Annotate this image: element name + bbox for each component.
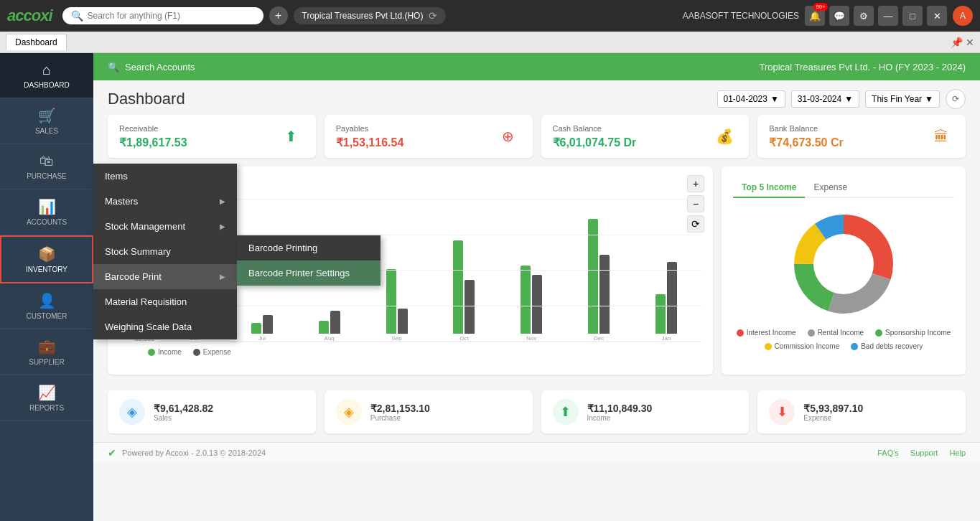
- date-from-value: 01-04-2023: [724, 94, 767, 104]
- message-button[interactable]: 💬: [829, 6, 849, 26]
- sidebar-label-purchase: PURCHASE: [27, 172, 67, 180]
- period-selector[interactable]: This Fin Year ▼: [865, 90, 940, 108]
- close-button[interactable]: ✕: [927, 6, 947, 26]
- x-label-dec: Dec: [594, 335, 604, 342]
- supplier-icon: 💼: [38, 338, 56, 355]
- sales-stat-card: ◈ ₹9,61,428.82 Sales: [108, 390, 316, 433]
- top-icons: 🔔 99+ 💬 ⚙ — □ ✕: [805, 6, 947, 26]
- search-accounts-icon: 🔍: [108, 62, 119, 72]
- bank-balance-icon: 🏛: [928, 123, 954, 149]
- faq-link[interactable]: FAQ's: [877, 449, 899, 457]
- date-from-arrow: ▼: [770, 94, 779, 104]
- add-button[interactable]: +: [269, 6, 288, 25]
- income-dot: [148, 349, 155, 356]
- search-input[interactable]: [88, 11, 246, 21]
- menu-item-stock-management[interactable]: Stock Management ▶: [93, 214, 237, 239]
- legend-item-rental: Rental Income: [808, 329, 864, 337]
- bar-aug-income: [319, 321, 329, 334]
- menu-item-items[interactable]: Items: [93, 164, 237, 189]
- minimize-button[interactable]: —: [878, 6, 898, 26]
- barcode-printer-settings-label: Barcode Printer Settings: [248, 268, 350, 278]
- avatar-button[interactable]: A: [953, 6, 973, 26]
- weighing-scale-label: Weighing Scale Data: [105, 321, 192, 332]
- menu-item-stock-summary[interactable]: Stock Summary: [93, 239, 237, 264]
- sales-value: ₹9,61,428.82: [154, 403, 213, 414]
- sidebar-item-purchase[interactable]: 🛍 PURCHASE: [0, 144, 93, 189]
- dashboard-icon: ⌂: [42, 62, 51, 78]
- donut-legend: Interest Income Rental Income Sponsorshi…: [733, 329, 954, 350]
- sidebar-item-sales[interactable]: 🛒 SALES: [0, 98, 93, 144]
- income-legend-label: Income: [158, 348, 182, 356]
- sub-menu-barcode-printer-settings[interactable]: Barcode Printer Settings: [237, 260, 381, 286]
- bar-dec-income: [588, 219, 598, 334]
- sidebar-item-customer[interactable]: 👤 CUSTOMER: [0, 283, 93, 329]
- bar-nov-income: [521, 266, 531, 334]
- month-group-nov: Nov: [499, 199, 564, 342]
- masters-label: Masters: [105, 196, 138, 207]
- sidebar-item-inventory[interactable]: 📦 INVENTORY: [0, 235, 93, 283]
- sponsorship-label: Sponsorship Income: [885, 329, 951, 337]
- company-selector[interactable]: Tropical Treasures Pvt Ltd.(HO) ⟳: [294, 7, 447, 24]
- search-box[interactable]: 🔍: [62, 7, 263, 24]
- cards-row: Receivable ₹1,89,617.53 ⬆ Payables ₹1,53…: [93, 115, 980, 166]
- bar-sep-expense: [398, 309, 408, 334]
- sidebar-label-customer: CUSTOMER: [26, 312, 67, 320]
- sponsorship-dot: [875, 329, 882, 337]
- date-filters: 01-04-2023 ▼ 31-03-2024 ▼ This Fin Year …: [717, 89, 966, 109]
- date-to-input[interactable]: 31-03-2024 ▼: [791, 90, 859, 108]
- notification-button[interactable]: 🔔 99+: [805, 6, 825, 26]
- refresh-button[interactable]: ⟳: [946, 89, 966, 109]
- date-from-input[interactable]: 01-04-2023 ▼: [717, 90, 785, 108]
- sales-label: Sales: [154, 414, 213, 422]
- search-accounts-bar: 🔍 Search Accounts Tropical Treasures Pvt…: [93, 53, 980, 80]
- search-icon: 🔍: [71, 10, 83, 22]
- tab-actions: 📌 ✕: [951, 37, 974, 48]
- tab-bar: Dashboard 📌 ✕: [0, 32, 980, 53]
- dashboard-tab[interactable]: Dashboard: [6, 34, 67, 50]
- menu-item-weighing-scale[interactable]: Weighing Scale Data: [93, 314, 237, 339]
- search-accounts-button[interactable]: 🔍 Search Accounts: [108, 62, 195, 72]
- sidebar-item-dashboard[interactable]: ⌂ DASHBOARD: [0, 53, 93, 98]
- support-link[interactable]: Support: [910, 449, 938, 457]
- notification-badge: 99+: [813, 3, 828, 11]
- bad-debts-dot: [851, 343, 858, 350]
- sidebar-item-supplier[interactable]: 💼 SUPPLIER: [0, 329, 93, 375]
- payables-card: Payables ₹1,53,116.54 ⊕: [325, 115, 533, 158]
- x-label-sep: Sep: [391, 335, 401, 342]
- payables-value: ₹1,53,116.54: [336, 136, 404, 149]
- sidebar-item-accounts[interactable]: 📊 ACCOUNTS: [0, 189, 93, 235]
- donut-chart: [786, 207, 901, 321]
- top5-tab-income[interactable]: Top 5 Income: [733, 178, 805, 198]
- menu-item-material-requisition[interactable]: Material Requisition: [93, 289, 237, 314]
- sub-menu-barcode-printing[interactable]: Barcode Printing: [237, 235, 381, 260]
- expense-label: Expense: [803, 414, 863, 422]
- expense-icon-wrap: ⬇: [769, 399, 795, 425]
- logo: accoxi: [7, 6, 52, 25]
- income-value: ₹11,10,849.30: [587, 403, 653, 414]
- chart-add-button[interactable]: +: [687, 175, 704, 192]
- inventory-icon: 📦: [38, 245, 56, 263]
- refresh-company-button[interactable]: ⟳: [429, 10, 437, 22]
- legend-item-commission: Commission Income: [765, 342, 840, 350]
- footer-logo-icon: ✔: [108, 447, 116, 459]
- sidebar-item-reports[interactable]: 📈 REPORTS: [0, 375, 93, 421]
- settings-button[interactable]: ⚙: [854, 6, 874, 26]
- maximize-button[interactable]: □: [902, 6, 923, 26]
- purchase-icon: 🛍: [39, 153, 54, 169]
- help-link[interactable]: Help: [949, 449, 966, 457]
- top-bar: accoxi 🔍 + Tropical Treasures Pvt Ltd.(H…: [0, 0, 980, 32]
- period-arrow: ▼: [925, 94, 933, 104]
- menu-item-barcode-print[interactable]: Barcode Print ▶: [93, 264, 237, 289]
- top5-tab-expense[interactable]: Expense: [805, 178, 856, 198]
- bar-sep-income: [386, 269, 396, 334]
- tab-close-button[interactable]: ✕: [966, 37, 974, 48]
- receivable-value: ₹1,89,617.53: [119, 136, 187, 149]
- income-label: Income: [587, 414, 653, 422]
- bad-debts-label: Bad debts recovery: [861, 342, 923, 350]
- sidebar-label-sales: SALES: [35, 127, 58, 135]
- bottom-stats: ◈ ₹9,61,428.82 Sales ◈ ₹2,81,153.10 Purc…: [93, 382, 980, 442]
- menu-item-masters[interactable]: Masters ▶: [93, 189, 237, 214]
- tab-pin-button[interactable]: 📌: [951, 37, 963, 48]
- bank-balance-label: Bank Balance: [769, 124, 843, 133]
- bank-balance-card: Bank Balance ₹74,673.50 Cr 🏛: [757, 115, 966, 158]
